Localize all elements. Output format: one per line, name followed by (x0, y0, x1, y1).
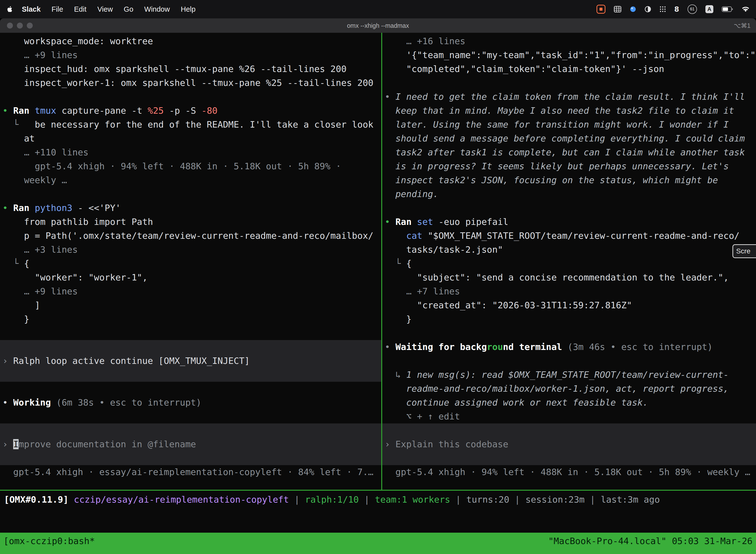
terminal-line: inspect_worker-1: omx sparkshell --tmux-… (0, 76, 381, 90)
menubar-status-icons: 8 61 A (596, 4, 750, 14)
terminal-line: • Ran set -euo pipefail (382, 215, 756, 229)
terminal-line: cat "$OMX_TEAM_STATE_ROOT/team/review-cu… (382, 229, 756, 243)
terminal-line: "worker": "worker-1", (0, 271, 381, 284)
terminal-line: gpt-5.4 xhigh · 94% left · 488K in · 5.1… (0, 159, 381, 173)
menu-window[interactable]: Window (144, 5, 170, 13)
terminal-line: gpt-5.4 xhigh · 94% left · 488K in · 5.1… (382, 465, 756, 479)
terminal-window: workspace_mode: worktree … +9 lines insp… (0, 33, 756, 554)
terminal-line: "subject": "send a concise recommendatio… (382, 271, 756, 284)
terminal-line: … +9 lines (0, 48, 381, 62)
terminal-line: pending. (382, 187, 756, 201)
contrast-circle-icon[interactable] (645, 6, 651, 12)
window-titlebar: omx --xhigh --madmax ⌥⌘1 (0, 18, 756, 33)
dots-grid-icon[interactable] (659, 6, 666, 12)
terminal-line: workspace_mode: worktree (0, 34, 381, 48)
window-title: omx --xhigh --madmax (0, 22, 756, 29)
terminal-line: from pathlib import Path (0, 215, 381, 229)
terminal-line: └ be necessary for the end of the README… (0, 118, 381, 131)
composer-suggestion[interactable]: › Explain this codebase (382, 424, 756, 465)
terminal-line: • Ran python3 - <<'PY' (0, 201, 381, 215)
grid-icon[interactable] (614, 6, 621, 12)
terminal-line: "created_at": "2026-03-31T11:59:27.816Z" (382, 298, 756, 312)
minimize-button[interactable] (17, 22, 23, 29)
ralph-loop-banner[interactable]: › Ralph loop active continue [OMX_TMUX_I… (0, 340, 381, 382)
terminal-line: at (0, 131, 381, 146)
terminal-pane-right[interactable]: … +16 lines '{"team_name":"my-team","tas… (382, 33, 756, 491)
blue-app-icon[interactable] (630, 6, 636, 12)
terminal-line: readme-and-reco/mailbox/worker-1.json, a… (382, 382, 756, 396)
tmux-status-bar: [omx-cczip0:bash* "MacBook-Pro-44.local"… (0, 533, 756, 554)
terminal-line: weekly … (0, 173, 381, 187)
terminal-line: … +110 lines (0, 146, 381, 159)
terminal-line: should send a message before completing … (382, 131, 756, 146)
terminal-line: } (0, 312, 381, 326)
terminal-line: } (382, 312, 756, 326)
terminal-line: later. Using the same for transition mig… (382, 118, 756, 131)
terminal-line: … +3 lines (0, 243, 381, 257)
terminal-line: … +16 lines (382, 34, 756, 48)
close-button[interactable] (7, 22, 13, 29)
terminal-blank-line (0, 409, 381, 424)
terminal-blank-line (382, 76, 756, 90)
apple-menu-icon[interactable] (6, 6, 12, 13)
terminal-line: task2 after task1 is complete, but can I… (382, 146, 756, 159)
terminal-line: • I need to get the claim token from the… (382, 90, 756, 104)
terminal-line: └ { (0, 257, 381, 271)
terminal-pane-left[interactable]: workspace_mode: worktree … +9 lines insp… (0, 33, 381, 491)
zoom-button[interactable] (27, 22, 33, 29)
badge-61-icon[interactable]: 61 (688, 4, 697, 14)
terminal-line: continue assigned work or next feasible … (382, 396, 756, 409)
figure-eight-icon[interactable]: 8 (674, 5, 679, 13)
omx-status-line: [OMX#0.11.9] cczip/essay/ai-reimplementa… (0, 493, 756, 507)
terminal-blank-line (382, 201, 756, 215)
tmux-session-label: [omx-cczip0:bash* (3, 534, 95, 548)
menu-go[interactable]: Go (124, 5, 133, 13)
terminal-line: inspect task2's JSON, focusing on the st… (382, 173, 756, 187)
menu-help[interactable]: Help (181, 5, 196, 13)
terminal-line: ↳ 1 new msg(s): read $OMX_TEAM_STATE_ROO… (382, 368, 756, 382)
terminal-line: └ { (382, 257, 756, 271)
terminal-line: "completed","claim_token":"claim-token"}… (382, 62, 756, 76)
terminal-line: • Ran tmux capture-pane -t %25 -p -S -80 (0, 104, 381, 118)
tmux-host-clock-label: "MacBook-Pro-44.local" 05:03 31-Mar-26 (548, 534, 753, 548)
menubar: Slack FileEditViewGoWindowHelp 8 61 A (0, 0, 756, 18)
input-source-icon[interactable]: A (705, 5, 713, 13)
menu-items: FileEditViewGoWindowHelp (52, 5, 196, 13)
terminal-blank-line (0, 187, 381, 201)
terminal-blank-line (0, 90, 381, 104)
composer-input[interactable]: › Improve documentation in @filename (0, 424, 381, 465)
terminal-line: keep that in mind. Maybe I also need the… (382, 104, 756, 118)
menu-view[interactable]: View (98, 5, 113, 13)
window-shortcut-hint: ⌥⌘1 (734, 22, 751, 29)
screen-recording-stop-icon[interactable] (596, 5, 606, 14)
tmux-horizontal-pane-border[interactable] (0, 490, 756, 491)
terminal-line: … +7 lines (382, 284, 756, 298)
terminal-line: tasks/task-2.json" (382, 243, 756, 257)
terminal-line: inspect_hud: omx sparkshell --tmux-pane … (0, 62, 381, 76)
terminal-line: '{"team_name":"my-team","task_id":"1","f… (382, 48, 756, 62)
terminal-blank-line (0, 382, 381, 396)
terminal-line: p = Path('.omx/state/team/review-current… (0, 229, 381, 243)
terminal-blank-line (382, 326, 756, 340)
terminal-blank-line (0, 326, 381, 340)
terminal-line: ] (0, 298, 381, 312)
menu-edit[interactable]: Edit (74, 5, 86, 13)
app-menu-slack[interactable]: Slack (22, 5, 41, 13)
window-controls (7, 22, 33, 29)
terminal-line: ⌥ + ↑ edit (382, 409, 756, 424)
terminal-line: is in progress? It seems likely but perh… (382, 159, 756, 173)
terminal-blank-line (382, 354, 756, 368)
screen-sharing-overlay[interactable]: Scre (733, 244, 756, 258)
menu-file[interactable]: File (52, 5, 63, 13)
wifi-icon[interactable] (742, 6, 750, 12)
terminal-line: gpt-5.4 xhigh · essay/ai-reimplementatio… (0, 465, 381, 479)
terminal-line: • Working (6m 38s • esc to interrupt) (0, 396, 381, 409)
terminal-line: • Waiting for background terminal (3m 46… (382, 340, 756, 354)
battery-icon[interactable] (722, 6, 733, 12)
terminal-line: … +9 lines (0, 284, 381, 298)
